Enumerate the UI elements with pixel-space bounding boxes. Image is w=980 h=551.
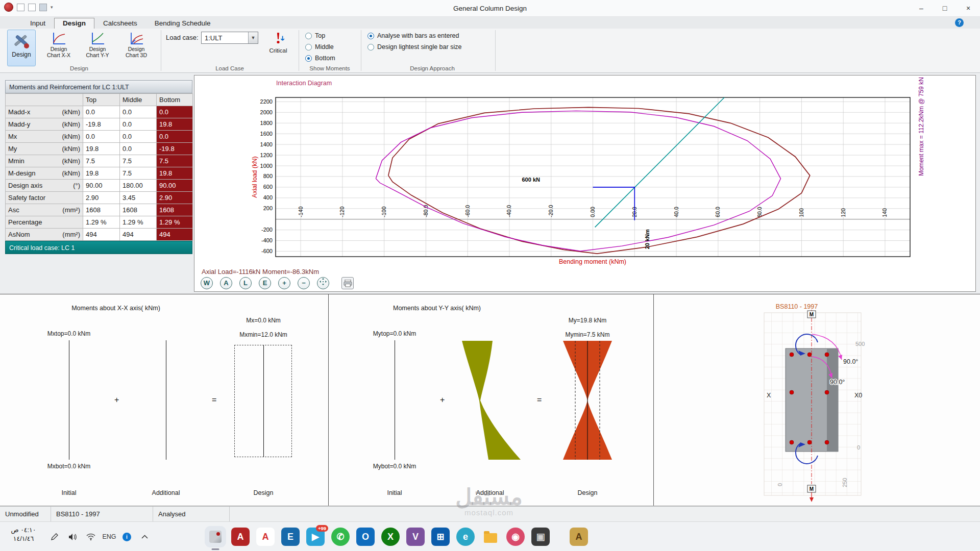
cell-bottom: 19.8 — [157, 167, 193, 180]
cell-middle: 0.0 — [120, 118, 157, 131]
taskbar-icon-file-explorer[interactable] — [481, 528, 500, 546]
chart-yy-icon — [90, 32, 105, 46]
tab-design[interactable]: Design — [54, 18, 94, 29]
taskbar-icon-ms-store[interactable]: ⊞ — [431, 528, 450, 546]
tab-input[interactable]: Input — [21, 18, 54, 29]
radio-analyse-bars[interactable]: Analyse with bars as entered — [368, 32, 459, 39]
table-row: Asc(mm²)160816081608 — [6, 204, 193, 216]
radio-label: Middle — [315, 43, 334, 51]
cell-bottom: 7.5 — [157, 155, 193, 167]
svg-text:-20.0: -20.0 — [548, 205, 554, 217]
taskbar-icon-age-of-empires[interactable]: A — [570, 528, 588, 546]
radio-show-bottom[interactable]: Bottom — [305, 55, 335, 62]
load-case-combobox[interactable]: 1:ULT ▼ — [201, 32, 258, 44]
taskbar-icon-general-column-design-app[interactable] — [206, 528, 225, 546]
cell-middle: 494 — [120, 229, 157, 241]
mxmin-label: Mxmin=12.0 kNm — [217, 331, 309, 338]
column-section-diagram: M M 500 0 250 0 X X0 90.0° 90.0° — [761, 310, 873, 504]
design-chart-3d-button[interactable]: Design Chart 3D — [119, 30, 153, 66]
xx-additional-diagram — [166, 340, 166, 460]
zoom-extents-button[interactable]: E — [259, 277, 271, 289]
taskbar-icon-telegram[interactable]: ▶+99 — [306, 528, 325, 546]
taskbar-clock[interactable]: ٠٤:١٠ ص ١٤/١/٤٦ — [4, 526, 43, 543]
design-point-marker — [593, 187, 635, 220]
zoom-in-button[interactable]: + — [278, 277, 290, 289]
tab-bending-schedule[interactable]: Bending Schedule — [146, 18, 219, 29]
panel-divider — [328, 294, 329, 506]
cell-bottom: 0.0 — [157, 106, 193, 118]
cell-bottom: 90.00 — [157, 180, 193, 192]
radio-indicator — [305, 55, 312, 62]
radio-show-top[interactable]: Top — [305, 32, 325, 39]
taskbar-icon-acrobat[interactable]: A — [256, 528, 275, 546]
taskbar-icon-whatsapp[interactable]: ✆ — [331, 528, 350, 546]
taskbar-icon-xbox[interactable]: X — [381, 528, 400, 546]
chart-annotation: 20 kNm — [644, 229, 650, 249]
volume-icon[interactable] — [67, 532, 78, 542]
help-icon[interactable]: ? — [955, 18, 964, 27]
cell-top: -19.8 — [83, 118, 120, 131]
taskbar-icon-outlook[interactable]: O — [356, 528, 375, 546]
radio-design-lightest[interactable]: Design lightest single bar size — [368, 43, 461, 51]
mytop-label: Mytop=0.0 kNm — [349, 330, 440, 337]
zoom-out-button[interactable]: − — [298, 277, 310, 289]
taskbar: ٠٤:١٠ ص ١٤/١/٤٦ ENG i AAE▶+99✆OXV⊞e◉▣A ب… — [0, 521, 980, 551]
load-case-label: Load case: — [166, 34, 199, 41]
yy-panel-title: Moments about Y-Y axis( kNm) — [355, 305, 519, 312]
cell-top: 2.90 — [83, 192, 120, 204]
svg-text:140: 140 — [881, 208, 888, 217]
ribbon: Design Design Chart X-X Design Chart Y-Y… — [0, 29, 980, 73]
mxbot-label: Mxbot=0.0 kNm — [23, 463, 115, 470]
print-button[interactable] — [341, 277, 354, 289]
taskbar-icon-red-a-app[interactable]: A — [231, 528, 250, 546]
design-chart-yy-button[interactable]: Design Chart Y-Y — [81, 30, 114, 66]
table-row: AsNom(mm²)494494494 — [6, 229, 193, 241]
moment-marker-bottom: M — [810, 486, 814, 492]
yy-caption-design: Design — [557, 489, 618, 496]
svg-text:100: 100 — [798, 208, 804, 217]
chart-3d-icon — [129, 32, 144, 46]
taskbar-icon-edge[interactable]: e — [456, 528, 475, 546]
touch-keyboard-icon[interactable]: i — [122, 533, 131, 541]
taskbar-icon-dark-app[interactable]: ▣ — [531, 528, 550, 546]
design-button[interactable]: Design — [7, 30, 36, 66]
taskbar-icon-blue-e-app[interactable]: E — [281, 528, 300, 546]
svg-text:200: 200 — [263, 205, 273, 211]
zoom-last-button[interactable]: L — [239, 277, 252, 289]
maximize-button[interactable]: □ — [933, 0, 957, 17]
radio-indicator — [305, 44, 312, 51]
zoom-all-button[interactable]: A — [220, 277, 232, 289]
design-code-title: BS8110 - 1997 — [746, 303, 848, 310]
zoom-window-button[interactable]: W — [201, 277, 213, 289]
pan-button[interactable] — [317, 277, 329, 289]
button-label2: Chart X-X — [47, 52, 70, 58]
clock-date: ١٤/١/٤٦ — [4, 535, 43, 543]
button-label: Design — [89, 46, 106, 52]
chevron-down-icon[interactable]: ▼ — [248, 32, 258, 43]
axis-x-label: X — [767, 392, 771, 399]
axis-x0-label: X0 — [854, 392, 862, 399]
pen-icon[interactable] — [49, 532, 59, 542]
row-label: Design axis(°) — [6, 180, 83, 192]
taskbar-icon-purple-app[interactable]: V — [406, 528, 425, 546]
language-indicator[interactable]: ENG — [104, 532, 114, 542]
minimize-button[interactable]: – — [910, 0, 933, 17]
taskbar-icon-media-app[interactable]: ◉ — [506, 528, 525, 546]
tab-calcsheets[interactable]: Calcsheets — [94, 18, 146, 29]
mymin-label: Mymin=7.5 kNm — [542, 331, 633, 338]
critical-button[interactable]: Critical — [264, 30, 292, 66]
radio-show-middle[interactable]: Middle — [305, 43, 334, 51]
results-table-title: Moments and Reinforcement for LC 1:ULT — [5, 80, 192, 93]
cell-middle: 7.5 — [120, 167, 157, 180]
status-bar: Unmodified BS8110 - 1997 Analysed — [0, 506, 980, 521]
svg-text:-40.0: -40.0 — [506, 205, 512, 217]
button-label: Design — [51, 46, 67, 52]
chevron-up-icon[interactable] — [139, 532, 150, 542]
row-label: My(kNm) — [6, 143, 83, 155]
critical-button-label: Critical — [269, 47, 287, 54]
close-button[interactable]: × — [957, 0, 980, 17]
wifi-icon[interactable] — [86, 532, 96, 542]
interaction-chart-svg[interactable]: 2200200018001600140012001000800600400200… — [194, 76, 974, 280]
radio-indicator — [368, 33, 374, 39]
design-chart-xx-button[interactable]: Design Chart X-X — [42, 30, 76, 66]
